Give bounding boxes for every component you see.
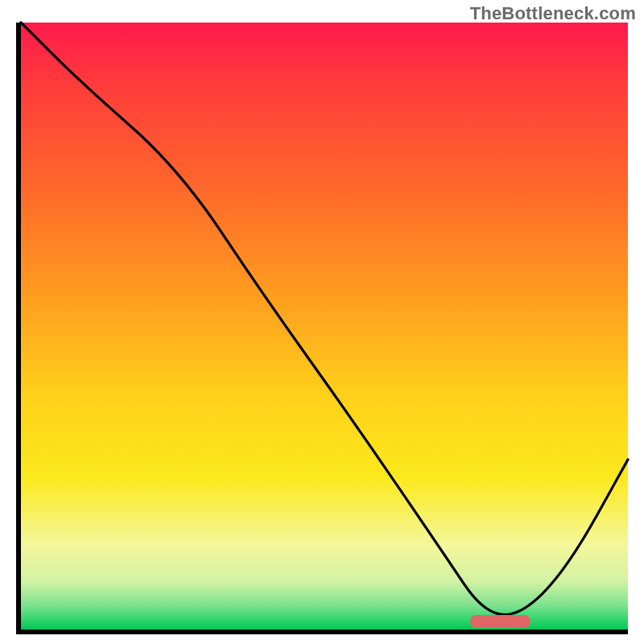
watermark-text: TheBottleneck.com: [470, 3, 636, 24]
bottleneck-curve-path: [21, 23, 628, 615]
chart-canvas: TheBottleneck.com: [0, 0, 644, 644]
bottleneck-curve-svg: [21, 23, 628, 630]
optimal-range-marker: [470, 615, 530, 628]
plot-area: [16, 23, 628, 634]
